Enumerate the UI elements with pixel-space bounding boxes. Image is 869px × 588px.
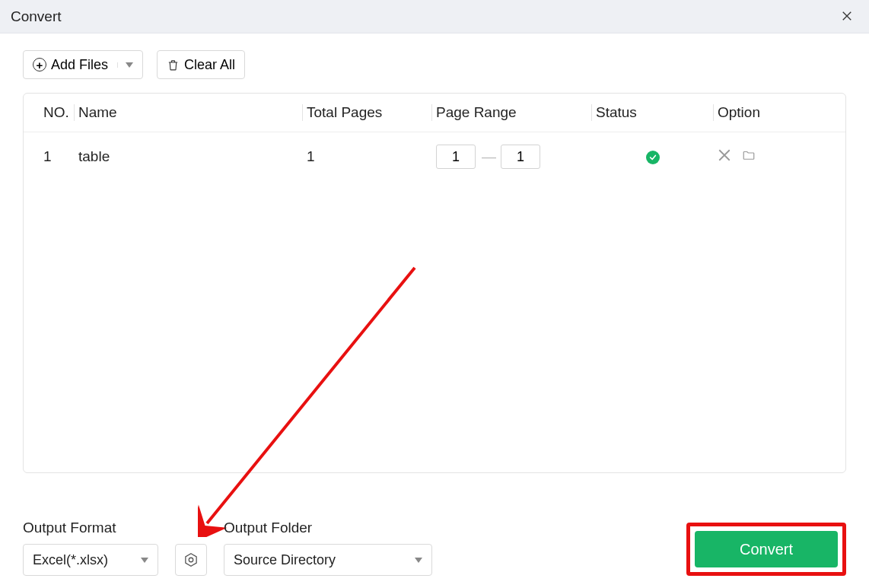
chevron-down-icon — [415, 558, 422, 563]
cell-pages: 1 — [307, 132, 436, 182]
cell-option — [718, 132, 845, 182]
chevron-down-icon — [141, 558, 148, 563]
col-header-range: Page Range — [436, 94, 596, 132]
chevron-down-icon — [126, 62, 133, 68]
cell-range: — — [436, 132, 596, 182]
output-folder-value: Source Directory — [234, 552, 336, 568]
open-folder-button[interactable] — [742, 148, 756, 166]
status-ok-icon — [646, 151, 660, 164]
cell-status — [596, 132, 718, 182]
add-files-label: Add Files — [51, 57, 108, 73]
plus-circle-icon: + — [33, 58, 46, 72]
svg-marker-1 — [186, 554, 196, 567]
content-area: + Add Files Clear All NO. N — [0, 33, 869, 484]
clear-all-label: Clear All — [184, 57, 235, 73]
cell-name: table — [78, 132, 307, 182]
add-files-dropdown[interactable] — [117, 62, 133, 68]
footer: Output Format Excel(*.xlsx) Output Folde… — [23, 520, 846, 576]
output-format-value: Excel(*.xlsx) — [33, 552, 108, 568]
output-format-label: Output Format — [23, 520, 158, 536]
files-table: NO. Name Total Pages Page Range Status O… — [23, 93, 846, 473]
output-folder-select[interactable]: Source Directory — [224, 544, 432, 576]
convert-button[interactable]: Convert — [695, 531, 838, 567]
page-range-to-input[interactable] — [501, 145, 540, 169]
col-header-no: NO. — [24, 94, 78, 132]
range-dash: — — [482, 148, 495, 165]
output-folder-label: Output Folder — [224, 520, 432, 536]
add-files-button[interactable]: + Add Files — [23, 50, 143, 79]
titlebar: Convert — [0, 0, 869, 33]
col-header-name: Name — [78, 94, 307, 132]
page-range-from-input[interactable] — [436, 145, 476, 169]
cell-no: 1 — [24, 132, 78, 182]
trash-icon — [167, 59, 180, 72]
svg-point-2 — [189, 558, 193, 562]
col-header-status: Status — [596, 94, 718, 132]
remove-row-button[interactable] — [718, 148, 731, 166]
toolbar: + Add Files Clear All — [23, 50, 846, 79]
col-header-option: Option — [718, 94, 845, 132]
convert-button-highlight: Convert — [686, 523, 846, 576]
output-format-field: Output Format Excel(*.xlsx) — [23, 520, 158, 576]
window-title: Convert — [11, 8, 62, 25]
col-header-pages: Total Pages — [307, 94, 436, 132]
clear-all-button[interactable]: Clear All — [157, 50, 245, 79]
output-folder-field: Output Folder Source Directory — [224, 520, 432, 576]
table-row: 1 table 1 — — [24, 132, 845, 182]
output-format-select[interactable]: Excel(*.xlsx) — [23, 544, 158, 576]
close-icon[interactable] — [836, 5, 858, 28]
output-format-settings-button[interactable] — [175, 544, 207, 576]
